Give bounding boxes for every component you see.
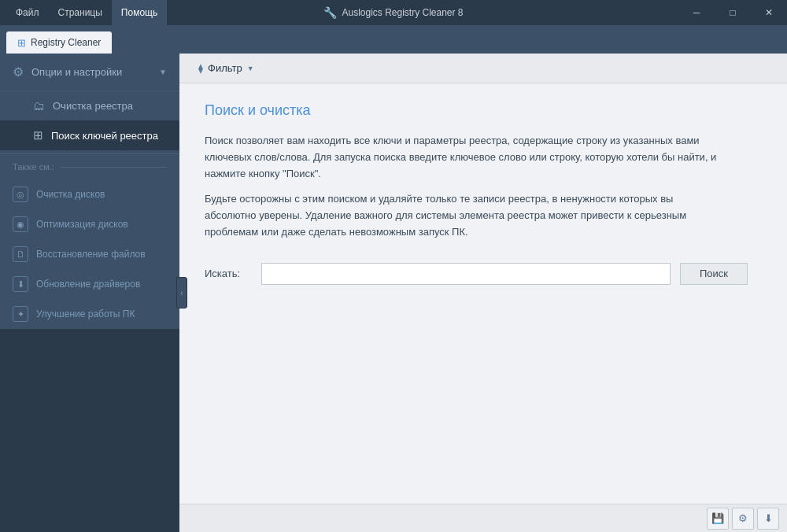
sidebar-item-registry-clean[interactable]: 🗂 Очистка реестра — [0, 91, 179, 120]
sidebar-ext-pc-improve[interactable]: ✦ Улучшение работы ПК — [0, 299, 179, 329]
options-label: Опции и настройки — [31, 66, 122, 78]
menu-help[interactable]: Помощь — [112, 0, 167, 25]
main-layout: ⚙ Опции и настройки ▼ 🗂 Очистка реестра … — [0, 54, 787, 532]
sidebar-ext-disk-optimize[interactable]: ◉ Оптимизация дисков — [0, 209, 179, 239]
file-restore-icon: 🗋 — [13, 246, 28, 262]
settings-icon-button[interactable]: ⚙ — [732, 508, 754, 530]
minimize-button[interactable]: ─ — [678, 0, 715, 25]
pc-improve-icon: ✦ — [13, 306, 28, 322]
also-see-label: Также см.: — [13, 162, 54, 172]
disk-clean-icon: ◎ — [13, 187, 28, 202]
disk-clean-label: Очистка дисков — [36, 189, 105, 200]
tab-icon: ⊞ — [17, 37, 26, 49]
sidebar-item-options[interactable]: ⚙ Опции и настройки ▼ — [0, 54, 179, 91]
filter-icon: ⧫ — [198, 63, 203, 74]
search-row: Искать: Поиск — [205, 263, 762, 285]
content-body: Поиск и очистка Поиск позволяет вам нахо… — [179, 83, 787, 504]
save-icon-button[interactable]: 💾 — [707, 508, 729, 530]
registry-clean-label: Очистка реестра — [53, 100, 133, 112]
sidebar-ext-driver-update[interactable]: ⬇ Обновление драйверов — [0, 269, 179, 299]
sidebar-ext-file-restore[interactable]: 🗋 Восстановление файлов — [0, 239, 179, 269]
search-keys-icon: ⊞ — [33, 128, 43, 142]
description-1: Поиск позволяет вам находить все ключи и… — [205, 133, 724, 182]
also-see-section: Также см.: — [0, 153, 179, 179]
options-icon: ⚙ — [13, 65, 24, 79]
download-icon-button[interactable]: ⬇ — [757, 508, 779, 530]
search-keys-label: Поиск ключей реестра — [51, 130, 158, 142]
filter-bar: ⧫ Фильтр ▼ — [179, 54, 787, 83]
menu-file[interactable]: Файл — [6, 0, 49, 25]
also-see-line: Также см.: — [13, 162, 167, 172]
menu-bar: Файл Страницы Помощь — [6, 0, 167, 25]
tab-bar: ⊞ Registry Cleaner — [0, 25, 787, 54]
search-label: Искать: — [205, 268, 252, 279]
registry-clean-icon: 🗂 — [33, 99, 45, 113]
also-see-separator — [61, 167, 167, 168]
filter-dropdown-arrow: ▼ — [247, 65, 254, 72]
pc-improve-label: Улучшение работы ПК — [36, 308, 135, 320]
search-button[interactable]: Поиск — [680, 263, 748, 285]
sidebar-item-search-keys[interactable]: ⊞ Поиск ключей реестра — [0, 120, 179, 150]
content-area: ⧫ Фильтр ▼ Поиск и очистка Поиск позволя… — [179, 54, 787, 532]
status-bar: 💾 ⚙ ⬇ — [179, 504, 787, 532]
sidebar: ⚙ Опции и настройки ▼ 🗂 Очистка реестра … — [0, 54, 179, 329]
registry-cleaner-tab[interactable]: ⊞ Registry Cleaner — [6, 31, 112, 54]
sidebar-ext-disk-clean[interactable]: ◎ Очистка дисков — [0, 179, 179, 209]
sidebar-wrapper: ⚙ Опции и настройки ▼ 🗂 Очистка реестра … — [0, 54, 179, 532]
arrow-icon: ▼ — [159, 68, 167, 76]
driver-update-icon: ⬇ — [13, 276, 28, 292]
sidebar-collapse-button[interactable]: ‹ — [176, 277, 187, 308]
title-bar: Файл Страницы Помощь 🔧 Auslogics Registr… — [0, 0, 787, 25]
maximize-button[interactable]: □ — [715, 0, 751, 25]
tab-label: Registry Cleaner — [31, 37, 101, 48]
disk-optimize-label: Оптимизация дисков — [36, 219, 128, 230]
window-title: 🔧 Auslogics Registry Cleaner 8 — [323, 6, 463, 19]
file-restore-label: Восстановление файлов — [36, 249, 146, 260]
page-title: Поиск и очистка — [205, 102, 762, 119]
filter-label: Фильтр — [208, 62, 242, 74]
close-button[interactable]: ✕ — [751, 0, 787, 25]
filter-button[interactable]: ⧫ Фильтр ▼ — [192, 59, 260, 77]
app-icon: 🔧 — [323, 6, 337, 19]
search-input[interactable] — [261, 263, 671, 285]
window-controls: ─ □ ✕ — [678, 0, 787, 25]
driver-update-label: Обновление драйверов — [36, 279, 140, 290]
disk-optimize-icon: ◉ — [13, 216, 28, 232]
menu-pages[interactable]: Страницы — [49, 0, 112, 25]
description-2: Будьте осторожны с этим поиском и удаляй… — [205, 191, 724, 240]
